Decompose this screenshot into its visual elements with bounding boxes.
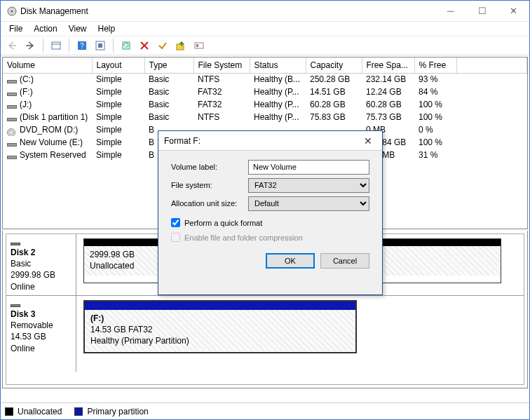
cell-status: Healthy (B... xyxy=(250,73,306,86)
menu-help[interactable]: Help xyxy=(93,22,121,35)
col-status[interactable]: Status xyxy=(250,57,306,73)
refresh-icon[interactable] xyxy=(118,38,135,53)
filesystem-label: File system: xyxy=(171,181,248,189)
menu-view[interactable]: View xyxy=(63,22,93,35)
menu-file[interactable]: File xyxy=(4,22,28,35)
cell-fs: FAT32 xyxy=(193,98,250,111)
col-filesystem[interactable]: File System xyxy=(193,57,250,73)
cell-layout: Simple xyxy=(92,149,144,161)
cell-capacity: 250.28 GB xyxy=(306,73,362,86)
part-status: Healthy (Primary Partition) xyxy=(90,335,350,346)
ok-button[interactable]: OK xyxy=(266,253,315,269)
table-row[interactable]: (Disk 1 partition 1)SimpleBasicNTFSHealt… xyxy=(3,111,527,123)
cell-free: 75.73 GB xyxy=(362,111,414,123)
svg-rect-10 xyxy=(195,43,203,48)
cell-status: Healthy (P... xyxy=(250,98,306,111)
disk-size: 2999.98 GB xyxy=(11,269,73,280)
col-layout[interactable]: Layout xyxy=(92,57,144,73)
export-icon[interactable] xyxy=(172,38,189,53)
nav-back-icon[interactable] xyxy=(4,38,20,53)
part-label: (F:) xyxy=(90,313,350,324)
disk-state: Online xyxy=(11,281,73,292)
cell-layout: Simple xyxy=(92,123,144,136)
delete-icon[interactable] xyxy=(136,38,153,53)
svg-point-1 xyxy=(11,10,13,12)
checkmark-icon[interactable] xyxy=(154,38,171,53)
disc-icon xyxy=(7,127,17,134)
col-type[interactable]: Type xyxy=(144,57,193,73)
disk-name: Disk 3 xyxy=(11,309,73,320)
cell-free: 60.28 GB xyxy=(362,98,414,111)
menu-action[interactable]: Action xyxy=(28,22,62,35)
col-capacity[interactable]: Capacity xyxy=(306,57,362,73)
cell-type: Basic xyxy=(144,86,193,98)
dialog-title: Format F: xyxy=(164,136,201,146)
col-pctfree[interactable]: % Free xyxy=(414,57,456,73)
volume-label-input[interactable] xyxy=(248,160,369,175)
disk-icon xyxy=(11,304,20,307)
compression-label: Enable file and folder compression xyxy=(184,233,303,242)
col-volume[interactable]: Volume xyxy=(3,57,92,73)
quickformat-checkbox[interactable] xyxy=(171,218,180,227)
table-row[interactable]: (J:)SimpleBasicFAT32Healthy (P...60.28 G… xyxy=(3,98,527,111)
svg-rect-7 xyxy=(98,43,102,48)
properties-icon[interactable] xyxy=(191,38,208,53)
cell-volume: (J:) xyxy=(20,100,32,109)
help-icon[interactable]: ? xyxy=(74,38,90,53)
legend-unallocated: Unallocated xyxy=(18,407,62,416)
cell-pct: 100 % xyxy=(414,136,456,149)
legend-swatch-unallocated xyxy=(5,407,13,416)
cell-pct: 93 % xyxy=(414,73,456,86)
app-icon xyxy=(6,6,18,17)
dialog-titlebar[interactable]: Format F: ✕ xyxy=(158,131,382,151)
partition-primary[interactable]: (F:) 14.53 GB FAT32 Healthy (Primary Par… xyxy=(83,300,357,353)
cell-pct: 0 % xyxy=(414,123,456,136)
allocation-select[interactable]: Default xyxy=(248,196,369,211)
minimize-button[interactable]: ─ xyxy=(435,1,466,22)
cell-volume: DVD_ROM (D:) xyxy=(20,125,78,135)
settings-icon[interactable] xyxy=(92,38,109,53)
svg-rect-11 xyxy=(196,44,198,47)
part-desc: 14.53 GB FAT32 xyxy=(90,324,350,335)
close-icon[interactable]: ✕ xyxy=(360,134,376,148)
cell-type: Basic xyxy=(144,98,193,111)
volume-icon xyxy=(7,152,17,159)
nav-forward-icon[interactable] xyxy=(22,38,39,53)
col-freespace[interactable]: Free Spa... xyxy=(362,57,414,73)
quickformat-label: Perform a quick format xyxy=(184,219,262,227)
window-title: Disk Management xyxy=(18,6,88,16)
close-button[interactable]: ✕ xyxy=(498,1,529,22)
cell-volume: System Reserved xyxy=(20,150,86,160)
view-list-icon[interactable] xyxy=(48,38,64,53)
disk-name: Disk 2 xyxy=(11,247,73,258)
cell-layout: Simple xyxy=(92,86,144,98)
table-row[interactable]: (F:)SimpleBasicFAT32Healthy (P...14.51 G… xyxy=(3,86,527,98)
filesystem-select[interactable]: FAT32 xyxy=(248,178,369,193)
cell-capacity: 14.51 GB xyxy=(306,86,362,98)
svg-rect-2 xyxy=(52,42,60,49)
cell-fs: NTFS xyxy=(193,111,250,123)
cell-pct: 84 % xyxy=(414,86,456,98)
column-header-row[interactable]: Volume Layout Type File System Status Ca… xyxy=(3,57,527,73)
disk-size: 14.53 GB xyxy=(11,331,73,342)
allocation-label: Allocation unit size: xyxy=(171,199,248,208)
volume-icon xyxy=(7,114,17,121)
disk-kind: Basic xyxy=(11,258,73,269)
maximize-button[interactable]: ☐ xyxy=(466,1,498,22)
svg-rect-9 xyxy=(177,44,184,50)
cell-status: Healthy (P... xyxy=(250,111,306,123)
cell-pct: 100 % xyxy=(414,98,456,111)
cancel-button[interactable]: Cancel xyxy=(320,253,369,269)
legend-primary: Primary partition xyxy=(87,407,148,416)
cell-volume: (C:) xyxy=(20,74,34,84)
disk-meta: Disk 3 Removable 14.53 GB Online xyxy=(6,296,76,372)
table-row[interactable]: (C:)SimpleBasicNTFSHealthy (B...250.28 G… xyxy=(3,73,527,86)
disk-row[interactable]: Disk 3 Removable 14.53 GB Online (F:) 14… xyxy=(6,296,524,372)
cell-volume: (F:) xyxy=(20,87,33,97)
compression-checkbox xyxy=(171,233,180,242)
volume-icon xyxy=(7,89,17,96)
volume-icon xyxy=(7,76,17,83)
title-bar: Disk Management ─ ☐ ✕ xyxy=(1,1,529,22)
cell-capacity: 75.83 GB xyxy=(306,111,362,123)
menu-bar: File Action View Help xyxy=(1,22,529,36)
